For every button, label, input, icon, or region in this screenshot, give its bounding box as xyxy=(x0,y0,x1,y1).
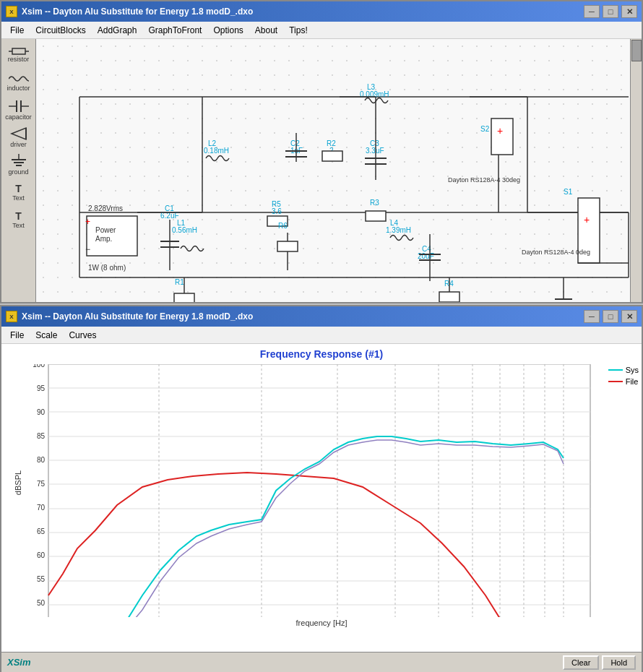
sidebar-text2-label: Text xyxy=(12,222,25,229)
driver-icon xyxy=(10,126,27,141)
minimize-button[interactable]: ─ xyxy=(584,5,600,18)
circuit-canvas[interactable]: Power Amp. + − 2.828Vrms 1W (8 ohm) C1 6… xyxy=(36,39,642,302)
sidebar-item-capacitor[interactable]: capacitor xyxy=(4,97,34,123)
file-legend-line xyxy=(608,381,623,382)
menu-tips[interactable]: Tips! xyxy=(283,24,314,37)
maximize-button[interactable]: □ xyxy=(603,5,618,18)
svg-text:+: + xyxy=(85,217,90,227)
menu-options[interactable]: Options xyxy=(207,24,249,37)
xsim-brand: XSim xyxy=(7,657,31,668)
svg-text:2.828Vrms: 2.828Vrms xyxy=(88,204,123,212)
menu-graphtofront[interactable]: GraphToFront xyxy=(142,24,207,37)
bottom-close-button[interactable]: ✕ xyxy=(621,310,637,323)
sidebar-capacitor-label: capacitor xyxy=(5,113,32,121)
svg-text:R6: R6 xyxy=(278,222,288,230)
svg-text:0.56mH: 0.56mH xyxy=(172,226,197,234)
menu-file[interactable]: File xyxy=(4,24,30,37)
svg-text:55: 55 xyxy=(37,575,46,583)
svg-text:3.3uF: 3.3uF xyxy=(366,147,384,155)
top-window-icon: X xyxy=(6,6,17,17)
graph-content: Frequency Response (#1) dBSPL frequency … xyxy=(1,344,642,652)
svg-text:Amp.: Amp. xyxy=(95,235,112,243)
sidebar-item-resistor[interactable]: resistor xyxy=(4,42,34,68)
hold-button[interactable]: Hold xyxy=(602,655,636,670)
svg-text:+: + xyxy=(497,125,503,137)
scrollbar-thumb[interactable] xyxy=(631,40,642,61)
resistor-icon xyxy=(9,47,29,56)
top-win-controls: ─ □ ✕ xyxy=(584,5,637,18)
sidebar-item-inductor[interactable]: inductor xyxy=(4,69,34,95)
bottom-minimize-button[interactable]: ─ xyxy=(584,310,600,323)
svg-text:R1: R1 xyxy=(175,278,184,286)
svg-rect-71 xyxy=(439,292,459,302)
svg-text:1.39mH: 1.39mH xyxy=(386,226,411,234)
svg-rect-42 xyxy=(322,151,342,161)
sidebar-item-text1[interactable]: T Text xyxy=(4,179,34,205)
svg-marker-7 xyxy=(12,128,26,139)
status-buttons: Clear Hold xyxy=(563,655,636,670)
ground-icon xyxy=(10,154,27,168)
svg-text:85: 85 xyxy=(37,432,46,440)
graph-title: Frequency Response (#1) xyxy=(260,348,383,360)
legend: Sys File xyxy=(608,366,639,389)
bottom-window-icon: X xyxy=(6,311,17,322)
close-button[interactable]: ✕ xyxy=(621,5,637,18)
svg-text:+: + xyxy=(584,214,590,225)
sidebar-driver-label: driver xyxy=(10,141,27,148)
svg-text:Power: Power xyxy=(95,226,116,234)
bottom-window: X Xsim -- Dayton Alu Substitute for Ener… xyxy=(0,305,643,672)
svg-rect-14 xyxy=(36,39,642,302)
sidebar-item-text2[interactable]: T Text xyxy=(4,207,34,233)
circuit-svg: Power Amp. + − 2.828Vrms 1W (8 ohm) C1 6… xyxy=(36,39,642,302)
svg-text:Dayton RS128A-4 30deg: Dayton RS128A-4 30deg xyxy=(448,176,520,184)
bottom-menu-scale[interactable]: Scale xyxy=(30,329,63,342)
vertical-scrollbar[interactable] xyxy=(630,39,642,302)
svg-text:R3: R3 xyxy=(370,199,379,207)
svg-text:1W (8 ohm): 1W (8 ohm) xyxy=(88,264,126,272)
svg-text:90: 90 xyxy=(37,408,46,416)
menu-addgraph[interactable]: AddGraph xyxy=(92,24,143,37)
menu-about[interactable]: About xyxy=(249,24,283,37)
top-window: X Xsim -- Dayton Alu Substitute for Ener… xyxy=(0,0,643,303)
sidebar-inductor-label: inductor xyxy=(7,85,30,92)
svg-text:75: 75 xyxy=(37,480,46,488)
bottom-status-bar: XSim Clear Hold xyxy=(1,652,642,672)
bottom-maximize-button[interactable]: □ xyxy=(603,310,618,323)
sys-legend-label: Sys xyxy=(626,366,639,374)
svg-rect-78 xyxy=(174,293,194,302)
inductor-icon xyxy=(9,73,29,85)
bottom-window-title: Xsim -- Dayton Alu Substitute for Energy… xyxy=(22,311,253,322)
top-window-title: Xsim -- Dayton Alu Substitute for Energy… xyxy=(22,7,253,17)
svg-rect-1 xyxy=(12,48,25,54)
text1-icon: T xyxy=(15,183,22,194)
svg-rect-61 xyxy=(366,211,386,221)
svg-text:60: 60 xyxy=(37,551,46,559)
legend-sys: Sys xyxy=(608,366,639,374)
svg-text:−: − xyxy=(85,244,90,254)
bottom-menu-bar: File Scale Curves xyxy=(1,327,642,344)
sidebar-text1-label: Text xyxy=(12,194,25,202)
top-menu-bar: File CircuitBlocks AddGraph GraphToFront… xyxy=(1,22,642,39)
sidebar-item-driver[interactable]: driver xyxy=(4,124,34,150)
x-axis-label: frequency [Hz] xyxy=(296,619,348,627)
svg-text:65: 65 xyxy=(37,527,46,535)
svg-text:100: 100 xyxy=(33,364,45,369)
svg-text:50: 50 xyxy=(37,599,46,607)
menu-circuitblocks[interactable]: CircuitBlocks xyxy=(30,24,91,37)
sidebar-resistor-label: resistor xyxy=(8,56,30,63)
bottom-menu-file[interactable]: File xyxy=(4,329,30,342)
svg-text:S1: S1 xyxy=(564,188,573,196)
file-legend-label: File xyxy=(626,377,639,386)
svg-text:0.18mH: 0.18mH xyxy=(204,147,229,155)
svg-text:70: 70 xyxy=(37,504,46,512)
bottom-title-bar: X Xsim -- Dayton Alu Substitute for Ener… xyxy=(1,306,642,327)
sidebar-item-ground[interactable]: ground xyxy=(4,152,34,178)
legend-file: File xyxy=(608,377,639,386)
bottom-menu-curves[interactable]: Curves xyxy=(63,329,102,342)
sidebar-ground-label: ground xyxy=(8,168,28,176)
sidebar: resistor inductor capacitor xyxy=(1,39,36,302)
clear-button[interactable]: Clear xyxy=(563,655,599,670)
top-title-bar: X Xsim -- Dayton Alu Substitute for Ener… xyxy=(1,1,642,22)
top-content-area: resistor inductor capacitor xyxy=(1,39,642,302)
text2-icon: T xyxy=(15,210,22,222)
